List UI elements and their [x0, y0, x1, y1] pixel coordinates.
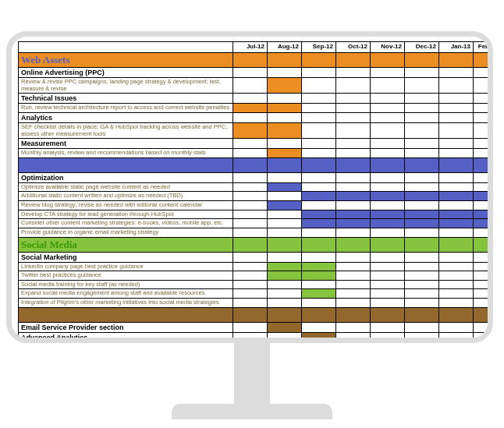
task-label: SEF checklist details in place; GA & Hub…	[19, 122, 233, 138]
gantt-cell	[302, 237, 336, 252]
gantt-cell	[268, 332, 302, 342]
gantt-cell	[336, 219, 371, 228]
gantt-cell	[405, 68, 439, 78]
gantt-cell	[268, 172, 302, 182]
gantt-cell	[439, 289, 474, 299]
gantt-cell	[371, 122, 405, 138]
gantt-cell	[233, 307, 268, 322]
gantt-cell	[302, 122, 336, 138]
gantt-cell	[302, 94, 336, 104]
gantt-cell	[233, 192, 268, 201]
gantt-cell	[405, 201, 439, 210]
gantt-cell	[371, 299, 405, 308]
subsection-title: Measurement	[19, 139, 233, 149]
gantt-cell	[474, 271, 492, 281]
gantt-cell	[302, 157, 336, 172]
gantt-cell	[233, 280, 268, 289]
subsection-title: Optimization	[19, 172, 233, 182]
gantt-cell	[233, 219, 268, 228]
gantt-cell	[268, 299, 302, 308]
gantt-cell	[439, 262, 474, 271]
gantt-cell	[371, 210, 405, 219]
gantt-cell	[336, 112, 371, 122]
gantt-cell	[233, 157, 268, 172]
gantt-cell	[268, 280, 302, 289]
gantt-cell	[302, 78, 336, 94]
gantt-cell	[233, 172, 268, 182]
gantt-cell	[336, 228, 371, 237]
gantt-cell	[439, 271, 474, 281]
gantt-cell	[336, 149, 371, 158]
task-label: Advanced Analytics	[19, 332, 233, 342]
gantt-cell	[474, 228, 492, 237]
gantt-cell	[371, 68, 405, 78]
gantt-cell	[371, 149, 405, 158]
gantt-cell	[405, 252, 439, 262]
gantt-cell	[439, 192, 474, 201]
gantt-cell	[268, 53, 302, 68]
section-title: Content	[19, 157, 233, 172]
gantt-cell	[268, 78, 302, 94]
gantt-cell	[336, 262, 371, 271]
gantt-cell	[336, 210, 371, 219]
gantt-cell	[336, 182, 371, 192]
gantt-cell	[268, 322, 302, 332]
gantt-cell	[371, 94, 405, 104]
subsection-title: Analytics	[19, 112, 233, 122]
gantt-cell	[474, 149, 492, 158]
gantt-cell	[371, 182, 405, 192]
gantt-cell	[474, 219, 492, 228]
gantt-cell	[233, 289, 268, 299]
gantt-cell	[268, 271, 302, 281]
gantt-cell	[233, 299, 268, 308]
gantt-cell	[474, 112, 492, 122]
gantt-cell	[474, 332, 492, 342]
gantt-cell	[371, 280, 405, 289]
gantt-cell	[302, 68, 336, 78]
gantt-cell	[439, 157, 474, 172]
gantt-cell	[474, 78, 492, 94]
gantt-cell	[302, 139, 336, 149]
gantt-cell	[302, 252, 336, 262]
gantt-cell	[405, 192, 439, 201]
gantt-cell	[439, 210, 474, 219]
gantt-cell	[268, 210, 302, 219]
gantt-cell	[302, 112, 336, 122]
gantt-cell	[405, 149, 439, 158]
header-month: Dec-12	[405, 42, 439, 53]
gantt-cell	[302, 262, 336, 271]
gantt-cell	[371, 237, 405, 252]
gantt-cell	[439, 332, 474, 342]
gantt-cell	[336, 252, 371, 262]
gantt-cell	[405, 280, 439, 289]
gantt-cell	[233, 68, 268, 78]
gantt-cell	[439, 68, 474, 78]
gantt-cell	[371, 201, 405, 210]
header-month: Jul-12	[233, 42, 268, 53]
gantt-cell	[474, 53, 492, 68]
gantt-cell	[405, 262, 439, 271]
task-label: LinkedIn company page best practice guid…	[19, 262, 233, 271]
gantt-cell	[233, 112, 268, 122]
gantt-cell	[439, 139, 474, 149]
task-label: Provide guidance in organic email market…	[19, 228, 233, 237]
gantt-cell	[371, 252, 405, 262]
gantt-cell	[302, 201, 336, 210]
gantt-cell	[268, 228, 302, 237]
gantt-cell	[474, 182, 492, 192]
gantt-cell	[371, 192, 405, 201]
gantt-cell	[439, 182, 474, 192]
gantt-cell	[474, 104, 492, 113]
gantt-cell	[336, 68, 371, 78]
gantt-cell	[233, 262, 268, 271]
screen-content: Jul-12Aug-12Sep-12Oct-12Nov-12Dec-12Jan-…	[12, 37, 488, 343]
gantt-cell	[439, 149, 474, 158]
task-label: Social media training for key staff (as …	[19, 280, 233, 289]
gantt-cell	[405, 78, 439, 94]
gantt-cell	[336, 299, 371, 308]
gantt-cell	[405, 271, 439, 281]
gantt-cell	[405, 228, 439, 237]
gantt-cell	[439, 322, 474, 332]
gantt-cell	[233, 182, 268, 192]
gantt-cell	[439, 112, 474, 122]
